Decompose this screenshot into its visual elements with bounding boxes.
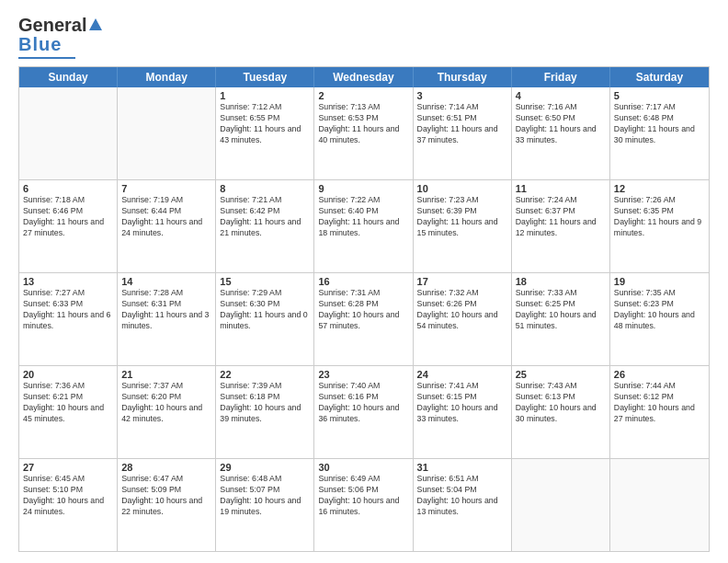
weekday-header-tuesday: Tuesday <box>216 67 314 87</box>
day-cell-30: 30Sunrise: 6:49 AM Sunset: 5:06 PM Dayli… <box>314 459 413 551</box>
weekday-header-sunday: Sunday <box>19 67 118 87</box>
empty-cell-0-0 <box>19 87 118 179</box>
day-cell-13: 13Sunrise: 7:27 AM Sunset: 6:33 PM Dayli… <box>19 273 118 365</box>
day-cell-28: 28Sunrise: 6:47 AM Sunset: 5:09 PM Dayli… <box>118 459 216 551</box>
day-number: 22 <box>220 369 310 380</box>
day-info: Sunrise: 7:24 AM Sunset: 6:37 PM Dayligh… <box>516 195 606 239</box>
day-cell-24: 24Sunrise: 7:41 AM Sunset: 6:15 PM Dayli… <box>414 366 512 458</box>
day-info: Sunrise: 7:19 AM Sunset: 6:44 PM Dayligh… <box>121 195 211 239</box>
day-info: Sunrise: 7:36 AM Sunset: 6:21 PM Dayligh… <box>23 381 113 425</box>
day-info: Sunrise: 6:48 AM Sunset: 5:07 PM Dayligh… <box>220 474 310 518</box>
day-number: 18 <box>516 276 606 287</box>
day-info: Sunrise: 7:40 AM Sunset: 6:16 PM Dayligh… <box>318 381 408 425</box>
empty-cell-0-1 <box>118 87 216 179</box>
calendar: SundayMondayTuesdayWednesdayThursdayFrid… <box>18 66 710 552</box>
day-info: Sunrise: 7:29 AM Sunset: 6:30 PM Dayligh… <box>220 288 310 332</box>
day-cell-27: 27Sunrise: 6:45 AM Sunset: 5:10 PM Dayli… <box>19 459 118 551</box>
day-info: Sunrise: 7:35 AM Sunset: 6:23 PM Dayligh… <box>614 288 705 332</box>
calendar-row-1: 1Sunrise: 7:12 AM Sunset: 6:55 PM Daylig… <box>19 87 709 179</box>
day-number: 2 <box>318 90 408 101</box>
day-cell-1: 1Sunrise: 7:12 AM Sunset: 6:55 PM Daylig… <box>216 87 314 179</box>
day-number: 27 <box>23 462 113 473</box>
day-cell-3: 3Sunrise: 7:14 AM Sunset: 6:51 PM Daylig… <box>414 87 512 179</box>
day-number: 11 <box>516 183 606 194</box>
day-number: 23 <box>318 369 408 380</box>
weekday-header-thursday: Thursday <box>414 67 512 87</box>
day-number: 17 <box>417 276 507 287</box>
day-info: Sunrise: 7:33 AM Sunset: 6:25 PM Dayligh… <box>516 288 606 332</box>
day-info: Sunrise: 7:23 AM Sunset: 6:39 PM Dayligh… <box>417 195 507 239</box>
day-number: 5 <box>614 90 705 101</box>
day-cell-20: 20Sunrise: 7:36 AM Sunset: 6:21 PM Dayli… <box>19 366 118 458</box>
day-cell-12: 12Sunrise: 7:26 AM Sunset: 6:35 PM Dayli… <box>610 180 709 272</box>
day-info: Sunrise: 7:43 AM Sunset: 6:13 PM Dayligh… <box>516 381 606 425</box>
day-info: Sunrise: 7:31 AM Sunset: 6:28 PM Dayligh… <box>318 288 408 332</box>
day-info: Sunrise: 7:28 AM Sunset: 6:31 PM Dayligh… <box>121 288 211 332</box>
logo-triangle-icon <box>89 18 102 30</box>
day-cell-11: 11Sunrise: 7:24 AM Sunset: 6:37 PM Dayli… <box>512 180 610 272</box>
day-number: 21 <box>121 369 211 380</box>
day-number: 25 <box>516 369 606 380</box>
day-cell-9: 9Sunrise: 7:22 AM Sunset: 6:40 PM Daylig… <box>314 180 413 272</box>
day-cell-15: 15Sunrise: 7:29 AM Sunset: 6:30 PM Dayli… <box>216 273 314 365</box>
day-info: Sunrise: 7:32 AM Sunset: 6:26 PM Dayligh… <box>417 288 507 332</box>
day-number: 12 <box>614 183 705 194</box>
day-info: Sunrise: 7:18 AM Sunset: 6:46 PM Dayligh… <box>23 195 113 239</box>
day-cell-8: 8Sunrise: 7:21 AM Sunset: 6:42 PM Daylig… <box>216 180 314 272</box>
day-info: Sunrise: 7:39 AM Sunset: 6:18 PM Dayligh… <box>220 381 310 425</box>
day-cell-23: 23Sunrise: 7:40 AM Sunset: 6:16 PM Dayli… <box>314 366 413 458</box>
day-info: Sunrise: 7:16 AM Sunset: 6:50 PM Dayligh… <box>516 102 606 146</box>
day-number: 14 <box>121 276 211 287</box>
calendar-row-5: 27Sunrise: 6:45 AM Sunset: 5:10 PM Dayli… <box>19 458 709 551</box>
day-cell-10: 10Sunrise: 7:23 AM Sunset: 6:39 PM Dayli… <box>414 180 512 272</box>
weekday-header-friday: Friday <box>512 67 610 87</box>
day-number: 13 <box>23 276 113 287</box>
weekday-header-monday: Monday <box>118 67 216 87</box>
day-info: Sunrise: 7:22 AM Sunset: 6:40 PM Dayligh… <box>318 195 408 239</box>
day-info: Sunrise: 7:21 AM Sunset: 6:42 PM Dayligh… <box>220 195 310 239</box>
day-info: Sunrise: 6:45 AM Sunset: 5:10 PM Dayligh… <box>23 474 113 518</box>
logo: General Blue <box>18 15 102 59</box>
header: General Blue <box>18 15 710 59</box>
day-number: 6 <box>23 183 113 194</box>
day-cell-26: 26Sunrise: 7:44 AM Sunset: 6:12 PM Dayli… <box>610 366 709 458</box>
day-number: 10 <box>417 183 507 194</box>
day-number: 3 <box>417 90 507 101</box>
day-cell-6: 6Sunrise: 7:18 AM Sunset: 6:46 PM Daylig… <box>19 180 118 272</box>
day-info: Sunrise: 7:27 AM Sunset: 6:33 PM Dayligh… <box>23 288 113 332</box>
day-cell-7: 7Sunrise: 7:19 AM Sunset: 6:44 PM Daylig… <box>118 180 216 272</box>
day-number: 29 <box>220 462 310 473</box>
day-cell-31: 31Sunrise: 6:51 AM Sunset: 5:04 PM Dayli… <box>414 459 512 551</box>
day-number: 7 <box>121 183 211 194</box>
day-info: Sunrise: 7:37 AM Sunset: 6:20 PM Dayligh… <box>121 381 211 425</box>
page: General Blue SundayMondayTuesdayWednesda… <box>0 0 728 563</box>
day-number: 20 <box>23 369 113 380</box>
day-cell-2: 2Sunrise: 7:13 AM Sunset: 6:53 PM Daylig… <box>314 87 413 179</box>
day-info: Sunrise: 6:47 AM Sunset: 5:09 PM Dayligh… <box>121 474 211 518</box>
day-cell-4: 4Sunrise: 7:16 AM Sunset: 6:50 PM Daylig… <box>512 87 610 179</box>
day-info: Sunrise: 7:17 AM Sunset: 6:48 PM Dayligh… <box>614 102 705 146</box>
day-number: 31 <box>417 462 507 473</box>
empty-cell-4-5 <box>512 459 610 551</box>
weekday-header-saturday: Saturday <box>610 67 709 87</box>
day-cell-18: 18Sunrise: 7:33 AM Sunset: 6:25 PM Dayli… <box>512 273 610 365</box>
weekday-header-wednesday: Wednesday <box>314 67 413 87</box>
day-info: Sunrise: 7:12 AM Sunset: 6:55 PM Dayligh… <box>220 102 310 146</box>
calendar-header: SundayMondayTuesdayWednesdayThursdayFrid… <box>19 67 709 87</box>
day-cell-22: 22Sunrise: 7:39 AM Sunset: 6:18 PM Dayli… <box>216 366 314 458</box>
day-cell-25: 25Sunrise: 7:43 AM Sunset: 6:13 PM Dayli… <box>512 366 610 458</box>
day-info: Sunrise: 7:26 AM Sunset: 6:35 PM Dayligh… <box>614 195 705 239</box>
day-cell-14: 14Sunrise: 7:28 AM Sunset: 6:31 PM Dayli… <box>118 273 216 365</box>
day-cell-21: 21Sunrise: 7:37 AM Sunset: 6:20 PM Dayli… <box>118 366 216 458</box>
day-number: 24 <box>417 369 507 380</box>
logo-underline <box>18 57 75 59</box>
logo-blue: Blue <box>18 34 62 55</box>
day-cell-19: 19Sunrise: 7:35 AM Sunset: 6:23 PM Dayli… <box>610 273 709 365</box>
day-cell-16: 16Sunrise: 7:31 AM Sunset: 6:28 PM Dayli… <box>314 273 413 365</box>
day-cell-17: 17Sunrise: 7:32 AM Sunset: 6:26 PM Dayli… <box>414 273 512 365</box>
calendar-body: 1Sunrise: 7:12 AM Sunset: 6:55 PM Daylig… <box>19 87 709 551</box>
day-number: 28 <box>121 462 211 473</box>
day-info: Sunrise: 6:51 AM Sunset: 5:04 PM Dayligh… <box>417 474 507 518</box>
day-cell-29: 29Sunrise: 6:48 AM Sunset: 5:07 PM Dayli… <box>216 459 314 551</box>
calendar-row-3: 13Sunrise: 7:27 AM Sunset: 6:33 PM Dayli… <box>19 272 709 365</box>
